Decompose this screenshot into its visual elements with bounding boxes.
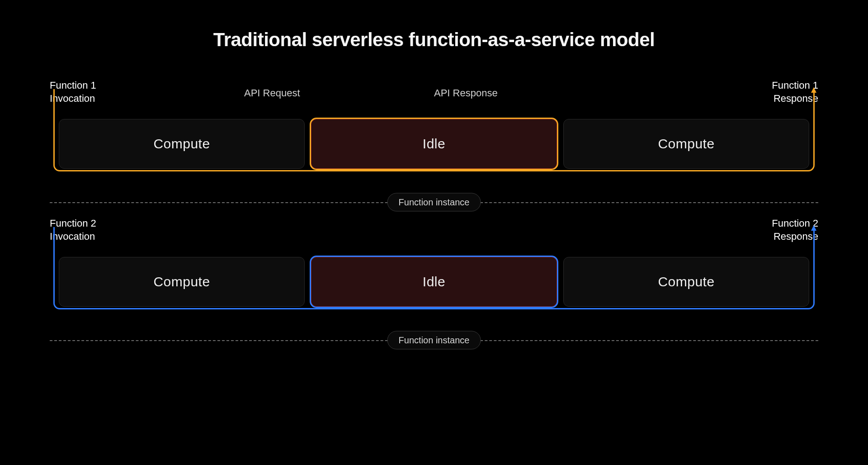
lane-1-segment-compute-a: Compute <box>59 119 305 169</box>
lane-1-track: Compute Idle Compute <box>50 119 818 169</box>
lane-1-segments: Compute Idle Compute <box>59 119 809 169</box>
lane-2-segment-compute-b: Compute <box>563 257 809 307</box>
lane-2-labels: Function 2Invocation Function 2Response <box>50 217 818 241</box>
lane-1-divider: Function instance <box>50 192 818 212</box>
lane-1-segment-compute-b: Compute <box>563 119 809 169</box>
lane-2-divider: Function instance <box>50 330 818 350</box>
function-lane-1: Function 1Invocation API Request API Res… <box>50 79 818 212</box>
lane-1-mid-labels: API Request API Response <box>50 87 818 100</box>
function-lane-2: Function 2Invocation Function 2Response … <box>50 217 818 350</box>
lane-2-segment-compute-a: Compute <box>59 257 305 307</box>
diagram-canvas: Traditional serverless function-as-a-ser… <box>0 0 868 465</box>
lane-2-segments: Compute Idle Compute <box>59 257 809 307</box>
lane-1-segment-idle: Idle <box>311 119 557 169</box>
lane-2-track: Compute Idle Compute <box>50 257 818 307</box>
function-2-response-label: Function 2Response <box>772 217 818 243</box>
api-response-label: API Response <box>434 87 498 99</box>
lane-2-divider-badge: Function instance <box>387 331 481 350</box>
api-request-label: API Request <box>244 87 300 99</box>
lane-2-segment-idle: Idle <box>311 257 557 307</box>
function-2-invocation-label: Function 2Invocation <box>50 217 96 243</box>
lane-1-divider-badge: Function instance <box>387 193 481 212</box>
function-1-response-label: Function 1Response <box>772 79 818 105</box>
lane-1-labels: Function 1Invocation API Request API Res… <box>50 79 818 103</box>
diagram-title: Traditional serverless function-as-a-ser… <box>0 29 868 51</box>
